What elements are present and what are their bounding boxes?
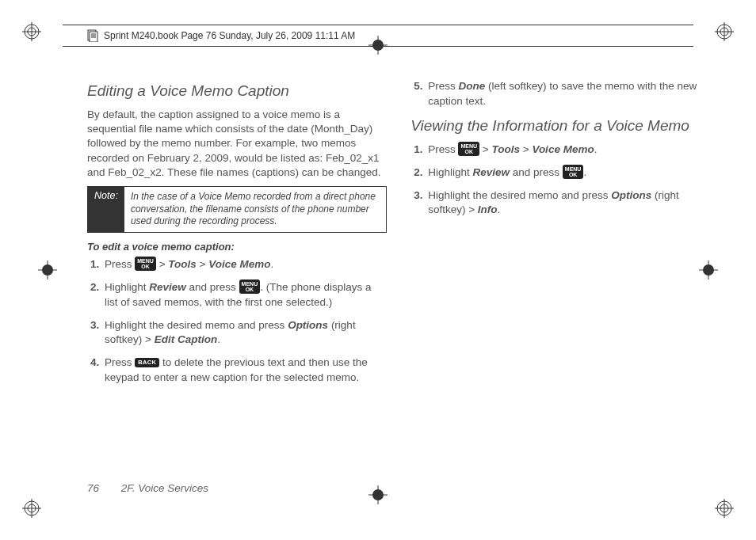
step-text: Highlight Review and press MENUOK. (The …: [105, 280, 387, 310]
step-item: 2. Highlight Review and press MENUOK. (T…: [87, 280, 387, 310]
steps-list-right: 1. Press MENUOK > Tools > Voice Memo. 2.…: [410, 143, 704, 219]
step-text: Press MENUOK > Tools > Voice Memo.: [105, 257, 387, 272]
column-right: 5. Press Done (left softkey) to save the…: [410, 79, 704, 465]
step-text: Press Done (left softkey) to save the me…: [428, 79, 704, 109]
crop-mark-icon: [22, 499, 41, 518]
note-content: In the case of a Voice Memo recorded fro…: [124, 187, 386, 232]
page-footer: 76 2F. Voice Services: [87, 482, 208, 494]
step-number: 1.: [410, 143, 428, 158]
section-heading-edit: Editing a Voice Memo Caption: [87, 82, 387, 100]
step-text: Highlight the desired memo and press Opt…: [105, 318, 387, 348]
step-number: 2.: [410, 165, 428, 181]
section-heading-view: Viewing the Information for a Voice Memo: [410, 117, 704, 135]
step-item: 3. Highlight the desired memo and press …: [410, 188, 704, 219]
steps-list-right-cont: 5. Press Done (left softkey) to save the…: [410, 79, 704, 109]
page-number: 76: [87, 482, 99, 494]
step-text: Press MENUOK > Tools > Voice Memo.: [428, 143, 704, 158]
back-key-icon: BACK: [135, 358, 159, 368]
step-text: Highlight the desired memo and press Opt…: [428, 188, 704, 219]
note-box: Note: In the case of a Voice Memo record…: [87, 186, 387, 233]
crop-mark-icon: [368, 485, 388, 504]
page-body: Editing a Voice Memo Caption By default,…: [87, 79, 704, 465]
step-item: 1. Press MENUOK > Tools > Voice Memo.: [87, 257, 387, 272]
step-item: 4. Press BACK to delete the previous tex…: [87, 356, 387, 386]
step-item: 5. Press Done (left softkey) to save the…: [410, 79, 704, 109]
header-text: Sprint M240.book Page 76 Sunday, July 26…: [104, 30, 355, 41]
crop-mark-icon: [38, 260, 57, 280]
step-number: 5.: [410, 79, 428, 109]
column-left: Editing a Voice Memo Caption By default,…: [87, 79, 387, 465]
crop-mark-icon: [22, 22, 41, 41]
step-item: 1. Press MENUOK > Tools > Voice Memo.: [410, 143, 704, 158]
sub-instruction: To edit a voice memo caption:: [87, 241, 387, 253]
step-number: 2.: [87, 280, 105, 310]
step-item: 3. Highlight the desired memo and press …: [87, 318, 387, 348]
step-text: Highlight Review and press MENUOK.: [428, 165, 704, 181]
page-header: Sprint M240.book Page 76 Sunday, July 26…: [63, 25, 693, 47]
step-number: 3.: [87, 318, 105, 348]
step-text: Press BACK to delete the previous text a…: [105, 356, 387, 386]
crop-mark-icon: [715, 22, 734, 41]
step-number: 3.: [410, 188, 428, 219]
menu-ok-key-icon: MENUOK: [239, 280, 261, 294]
step-number: 4.: [87, 356, 105, 386]
step-number: 1.: [87, 257, 105, 272]
note-label: Note:: [88, 187, 124, 232]
footer-section: 2F. Voice Services: [121, 482, 208, 494]
menu-ok-key-icon: MENUOK: [135, 257, 156, 271]
step-item: 2. Highlight Review and press MENUOK.: [410, 165, 704, 181]
menu-ok-key-icon: MENUOK: [458, 142, 479, 156]
crop-mark-icon: [715, 499, 734, 518]
intro-paragraph: By default, the caption assigned to a vo…: [87, 108, 387, 180]
menu-ok-key-icon: MENUOK: [563, 165, 584, 179]
steps-list-left: 1. Press MENUOK > Tools > Voice Memo. 2.…: [87, 257, 387, 386]
document-icon: [86, 29, 99, 42]
